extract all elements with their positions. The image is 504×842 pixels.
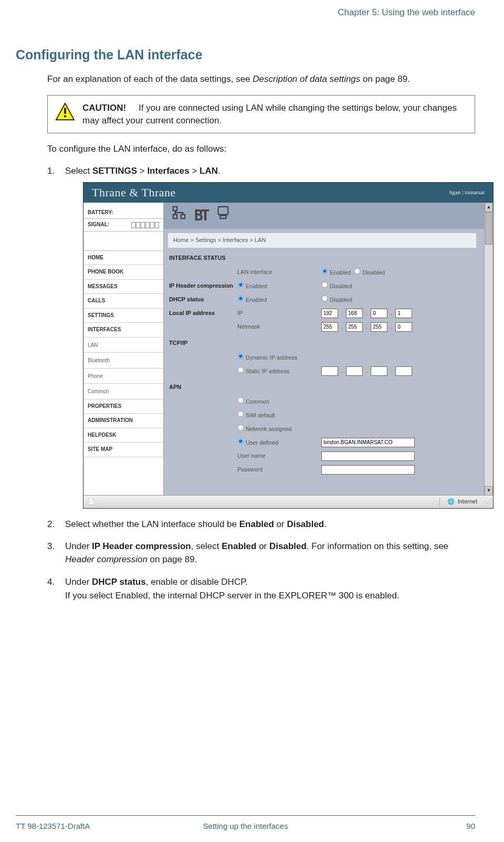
caution-text: CAUTION!If you are connected using LAN w… xyxy=(82,102,467,127)
intro-reference: Description of data settings xyxy=(253,74,360,84)
static-octet-4[interactable] xyxy=(395,366,412,376)
sidebar-item-calls[interactable]: CALLS xyxy=(83,294,163,309)
sep: , select xyxy=(191,541,222,551)
sidebar-item-admin[interactable]: ADMINISTRATION xyxy=(83,414,163,428)
step-text: . For information on this setting, see xyxy=(307,541,448,551)
sidebar-item-interfaces[interactable]: INTERFACES xyxy=(83,323,163,338)
section-interface-status: INTERFACE STATUS xyxy=(164,251,493,264)
step-number: 3. xyxy=(47,540,55,553)
signal-label: SIGNAL: xyxy=(88,221,109,229)
radio-iphdr-disabled[interactable]: Disabled xyxy=(321,281,352,291)
ip-octet-2[interactable] xyxy=(346,309,363,318)
lead-text: To configure the LAN interface, do as fo… xyxy=(16,143,475,155)
period: . xyxy=(218,166,220,176)
sidebar-item-properties[interactable]: PROPERTIES xyxy=(83,399,163,414)
label-ip-header: IP Header compression xyxy=(169,282,237,290)
battery-status: BATTERY: xyxy=(83,207,163,219)
browser-statusbar: 📄 🌐 Internet ⋰ xyxy=(83,495,493,508)
radio-label: Enabled xyxy=(246,297,267,303)
radio-static-ip[interactable]: Static IP address xyxy=(237,366,289,376)
intro-text: For an explanation of each of the data s… xyxy=(47,74,253,84)
footer-rule xyxy=(16,815,475,816)
radio-lan-disabled[interactable]: Disabled xyxy=(354,268,385,277)
interface-tabs: BT xyxy=(164,203,493,229)
row-dhcp: DHCP status Enabled Disabled xyxy=(169,293,487,307)
brand-logo: Thrane & Thrane xyxy=(92,184,176,201)
scroll-down-icon[interactable]: ▼ xyxy=(485,486,493,496)
step-number: 1. xyxy=(47,165,55,178)
ip-octet-1[interactable] xyxy=(321,309,338,318)
screenshot-lan-settings: Thrane & Thrane bgan | inmarsat BATTERY:… xyxy=(83,182,494,509)
radio-label: Disabled xyxy=(330,283,352,289)
netmask-octet-2[interactable] xyxy=(346,322,363,332)
lan-icon[interactable] xyxy=(171,205,187,227)
svg-rect-3 xyxy=(173,207,177,211)
row-lan-interface: LAN interface Enabled Disabled xyxy=(169,266,487,279)
radio-lan-enabled[interactable]: Enabled xyxy=(321,268,351,277)
scroll-up-icon[interactable]: ▲ xyxy=(485,203,493,212)
scroll-thumb[interactable] xyxy=(485,212,492,245)
radio-label: User defined xyxy=(246,439,278,446)
radio-apn-network[interactable]: Network assigned xyxy=(237,424,291,434)
label-ip: IP xyxy=(237,309,321,318)
radio-apn-user[interactable]: User defined xyxy=(237,438,278,447)
warning-icon xyxy=(55,102,75,122)
netmask-octet-4[interactable] xyxy=(395,322,412,332)
nav-interfaces: Interfaces xyxy=(147,166,189,176)
sidebar-item-bluetooth[interactable]: Bluetooth xyxy=(83,354,163,369)
step-3: 3. Under IP Header compression, select E… xyxy=(47,540,475,566)
radio-apn-sim[interactable]: SIM default xyxy=(237,411,275,420)
sidebar-item-settings[interactable]: SETTINGS xyxy=(83,309,163,323)
step-text: , enable or disable DHCP. xyxy=(146,577,248,587)
radio-dynamic-ip[interactable]: Dynamic IP address xyxy=(237,353,297,362)
sidebar-item-messages[interactable]: MESSAGES xyxy=(83,280,163,294)
page-footer: TT 98-123571-DraftA Setting up the inter… xyxy=(16,822,475,830)
step-tail: on page 89. xyxy=(148,554,197,564)
static-octet-3[interactable] xyxy=(371,366,387,376)
provider-label: bgan | inmarsat xyxy=(449,188,485,197)
row-static-ip: Static IP address . . . xyxy=(169,364,487,378)
step-text: Select xyxy=(65,166,92,176)
content-pane: BT Home > Settings > Interfaces > LAN IN… xyxy=(164,203,493,496)
radio-label: Disabled xyxy=(330,297,352,303)
sidebar-item-phone[interactable]: Phone xyxy=(83,370,163,384)
ip-octet-3[interactable] xyxy=(371,309,387,318)
apn-user-value[interactable] xyxy=(321,438,415,447)
static-octet-2[interactable] xyxy=(346,366,363,376)
ip-octet-4[interactable] xyxy=(395,309,412,318)
sidebar: BATTERY: SIGNAL: HOME PHONE BOOK MESSAGE… xyxy=(83,203,164,496)
sidebar-item-common[interactable]: Common xyxy=(83,385,163,399)
sidebar-item-helpdesk[interactable]: HELPDESK xyxy=(83,428,163,443)
phone-icon[interactable] xyxy=(215,205,231,227)
caution-body: If you are connected using LAN while cha… xyxy=(82,103,457,125)
radio-label: Dynamic IP address xyxy=(246,354,297,361)
netmask-octet-1[interactable] xyxy=(321,322,338,332)
sidebar-item-lan[interactable]: LAN xyxy=(83,339,163,353)
intro-paragraph: For an explanation of each of the data s… xyxy=(16,73,475,86)
app-titlebar: Thrane & Thrane bgan | inmarsat xyxy=(83,183,493,203)
radio-dhcp-disabled[interactable]: Disabled xyxy=(321,295,352,304)
step-number: 2. xyxy=(47,518,55,531)
sidebar-item-phonebook[interactable]: PHONE BOOK xyxy=(83,265,163,280)
netmask-octet-3[interactable] xyxy=(371,322,387,332)
password-field[interactable] xyxy=(321,465,415,475)
radio-dhcp-enabled[interactable]: Enabled xyxy=(237,295,267,304)
sep: > xyxy=(137,166,147,176)
static-octet-1[interactable] xyxy=(321,366,338,376)
vertical-scrollbar[interactable]: ▲ ▼ xyxy=(484,203,493,496)
username-field[interactable] xyxy=(321,451,415,461)
step-1: 1. Select SETTINGS > Interfaces > LAN. T… xyxy=(47,165,475,509)
row-netmask: Netmask . . . xyxy=(169,320,487,334)
step-2: 2. Select whether the LAN interface shou… xyxy=(47,518,475,531)
radio-label: Enabled xyxy=(330,269,351,276)
radio-label: Network assigned xyxy=(246,426,291,432)
bluetooth-icon[interactable]: BT xyxy=(194,205,208,227)
sidebar-item-sitemap[interactable]: SITE MAP xyxy=(83,443,163,457)
step-subtext: If you select Enabled, the internal DHCP… xyxy=(65,590,475,603)
sidebar-item-home[interactable]: HOME xyxy=(83,251,163,266)
radio-apn-common[interactable]: Common xyxy=(237,397,269,406)
radio-iphdr-enabled[interactable]: Enabled xyxy=(237,281,267,291)
reference: Header compression xyxy=(65,554,148,564)
resize-grip-icon[interactable]: ⋰ xyxy=(485,498,493,506)
opt-enabled: Enabled xyxy=(239,519,274,529)
